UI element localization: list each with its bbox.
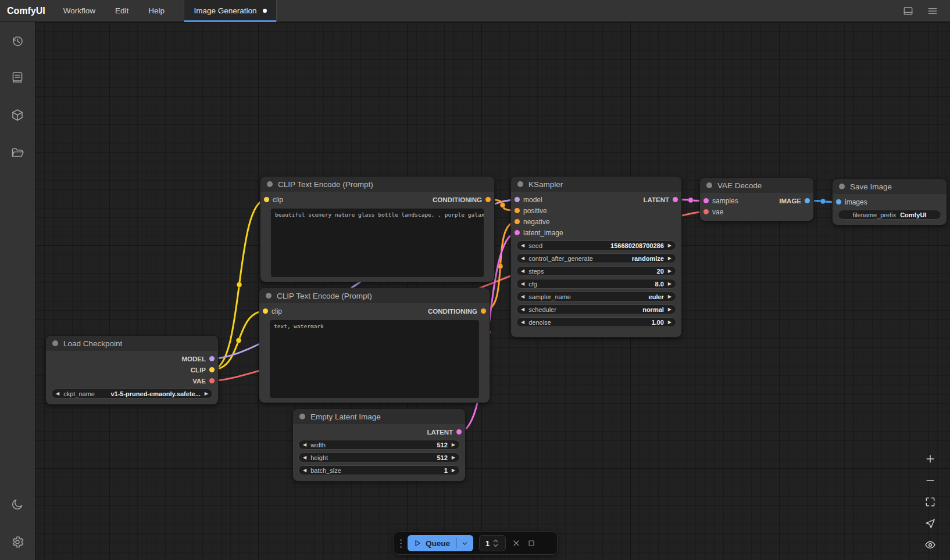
tab-image-generation[interactable]: Image Generation xyxy=(184,0,277,22)
link-midpoint-dot[interactable] xyxy=(236,338,241,343)
port-dot[interactable] xyxy=(515,219,520,224)
widget-seed[interactable]: ◀seed156680208700286▶ xyxy=(516,240,676,250)
widget-batch_size[interactable]: ◀batch_size1▶ xyxy=(298,465,460,475)
widget-ckpt_name[interactable]: ◀ckpt_namev1-5-pruned-emaonly.safete...▶ xyxy=(51,389,213,399)
collapse-dot[interactable] xyxy=(52,340,58,346)
clear-queue-icon[interactable] xyxy=(512,539,521,548)
widget-left-arrow-icon[interactable]: ◀ xyxy=(521,282,524,286)
link-midpoint-dot[interactable] xyxy=(820,199,826,204)
link-midpoint-dot[interactable] xyxy=(688,198,694,203)
collapse-dot[interactable] xyxy=(517,181,523,187)
history-icon[interactable] xyxy=(10,34,24,48)
port-dot[interactable] xyxy=(515,208,520,213)
widget-right-arrow-icon[interactable]: ▶ xyxy=(668,269,672,274)
widget-right-arrow-icon[interactable]: ▶ xyxy=(452,443,455,447)
node-vae-decode[interactable]: VAE DecodesamplesIMAGEvae xyxy=(700,178,813,221)
menu-help[interactable]: Help xyxy=(138,6,174,15)
widget-left-arrow-icon[interactable]: ◀ xyxy=(521,256,524,261)
node-title-bar[interactable]: Save Image xyxy=(833,179,947,194)
node-graph-canvas[interactable]: Load CheckpointMODELCLIPVAE◀ckpt_namev1-… xyxy=(35,22,950,560)
cube-icon[interactable] xyxy=(10,108,24,122)
widget-left-arrow-icon[interactable]: ◀ xyxy=(521,320,524,325)
port-dot[interactable] xyxy=(456,429,462,435)
node-load-checkpoint[interactable]: Load CheckpointMODELCLIPVAE◀ckpt_namev1-… xyxy=(46,336,218,404)
stepper-down-icon[interactable] xyxy=(493,544,498,547)
zoom-in-button[interactable] xyxy=(923,452,937,466)
folder-icon[interactable] xyxy=(10,146,24,160)
node-title-bar[interactable]: VAE Decode xyxy=(700,178,813,193)
widget-right-arrow-icon[interactable]: ▶ xyxy=(668,243,672,248)
input-port-vae[interactable]: vae xyxy=(703,208,723,216)
chevron-down-icon[interactable] xyxy=(461,540,469,547)
widget-width[interactable]: ◀width512▶ xyxy=(298,440,460,450)
node-title-bar[interactable]: Load Checkpoint xyxy=(46,336,218,351)
prompt-textarea[interactable]: beautiful scenery nature glass bottle la… xyxy=(271,209,484,277)
port-dot[interactable] xyxy=(673,197,678,202)
node-title-bar[interactable]: KSampler xyxy=(511,177,681,192)
port-dot[interactable] xyxy=(515,230,520,235)
input-port-latent_image[interactable]: latent_image xyxy=(515,229,563,237)
widget-right-arrow-icon[interactable]: ▶ xyxy=(668,307,672,312)
node-title-bar[interactable]: CLIP Text Encode (Prompt) xyxy=(260,177,494,192)
output-port-LATENT[interactable]: LATENT xyxy=(643,196,678,203)
link-midpoint-dot[interactable] xyxy=(237,282,242,288)
widget-control_after_generate[interactable]: ◀control_after_generaterandomize▶ xyxy=(516,253,676,263)
output-port-IMAGE[interactable]: IMAGE xyxy=(779,198,810,204)
input-port-images[interactable]: images xyxy=(836,198,867,206)
port-dot[interactable] xyxy=(263,308,268,314)
widget-left-arrow-icon[interactable]: ◀ xyxy=(521,269,524,274)
collapse-dot[interactable] xyxy=(839,184,845,189)
queue-button[interactable]: Queue xyxy=(408,535,473,551)
port-dot[interactable] xyxy=(703,209,709,214)
widget-right-arrow-icon[interactable]: ▶ xyxy=(452,455,455,460)
widget-scheduler[interactable]: ◀schedulernormal▶ xyxy=(516,304,676,314)
input-port-negative[interactable]: negative xyxy=(515,218,549,226)
port-dot[interactable] xyxy=(481,308,486,314)
output-port-CONDITIONING[interactable]: CONDITIONING xyxy=(433,196,491,203)
widget-right-arrow-icon[interactable]: ▶ xyxy=(668,256,672,261)
output-port-LATENT[interactable]: LATENT xyxy=(427,429,462,436)
link-midpoint-dot[interactable] xyxy=(500,203,505,208)
widget-right-arrow-icon[interactable]: ▶ xyxy=(668,320,672,325)
port-dot[interactable] xyxy=(209,356,215,361)
widget-left-arrow-icon[interactable]: ◀ xyxy=(521,243,524,248)
input-port-model[interactable]: model xyxy=(515,196,542,204)
node-save-image[interactable]: Save Imageimagesfilename_prefixComfyUI xyxy=(833,179,947,225)
output-port-CLIP[interactable]: CLIP xyxy=(191,367,215,374)
bottom-panel-icon[interactable] xyxy=(902,5,914,17)
menu-edit[interactable]: Edit xyxy=(105,6,138,15)
menu-workflow[interactable]: Workflow xyxy=(53,6,105,15)
port-dot[interactable] xyxy=(836,199,841,204)
moon-icon[interactable] xyxy=(10,497,24,511)
port-dot[interactable] xyxy=(209,367,215,372)
input-port-clip[interactable]: clip xyxy=(264,196,283,204)
input-port-clip[interactable]: clip xyxy=(263,307,282,315)
output-port-MODEL[interactable]: MODEL xyxy=(181,356,215,362)
collapse-dot[interactable] xyxy=(706,182,712,188)
widget-steps[interactable]: ◀steps20▶ xyxy=(516,266,676,276)
widget-left-arrow-icon[interactable]: ◀ xyxy=(303,455,306,460)
port-dot[interactable] xyxy=(264,197,269,202)
hamburger-menu-icon[interactable] xyxy=(927,5,938,17)
widget-height[interactable]: ◀height512▶ xyxy=(298,453,460,462)
collapse-dot[interactable] xyxy=(266,293,272,299)
widget-right-arrow-icon[interactable]: ▶ xyxy=(452,468,455,473)
port-dot[interactable] xyxy=(209,378,215,383)
stop-icon[interactable] xyxy=(527,539,536,548)
batch-count-stepper[interactable]: 1 xyxy=(479,535,506,551)
port-dot[interactable] xyxy=(703,198,709,203)
widget-left-arrow-icon[interactable]: ◀ xyxy=(56,392,59,396)
toggle-link-visibility-button[interactable] xyxy=(923,538,937,552)
input-port-samples[interactable]: samples xyxy=(703,197,738,205)
widget-sampler_name[interactable]: ◀sampler_nameeuler▶ xyxy=(516,292,676,301)
widget-denoise[interactable]: ◀denoise1.00▶ xyxy=(516,317,676,327)
output-port-CONDITIONING[interactable]: CONDITIONING xyxy=(428,308,486,315)
collapse-dot[interactable] xyxy=(267,181,273,187)
input-port-positive[interactable]: positive xyxy=(515,207,547,215)
prompt-textarea[interactable]: text, watermark xyxy=(270,320,479,398)
node-empty-latent[interactable]: Empty Latent ImageLATENT◀width512▶◀heigh… xyxy=(293,409,465,481)
output-port-VAE[interactable]: VAE xyxy=(192,378,215,385)
queue-icon[interactable] xyxy=(10,70,24,84)
zoom-out-button[interactable] xyxy=(923,473,937,487)
widget-right-arrow-icon[interactable]: ▶ xyxy=(668,282,672,286)
